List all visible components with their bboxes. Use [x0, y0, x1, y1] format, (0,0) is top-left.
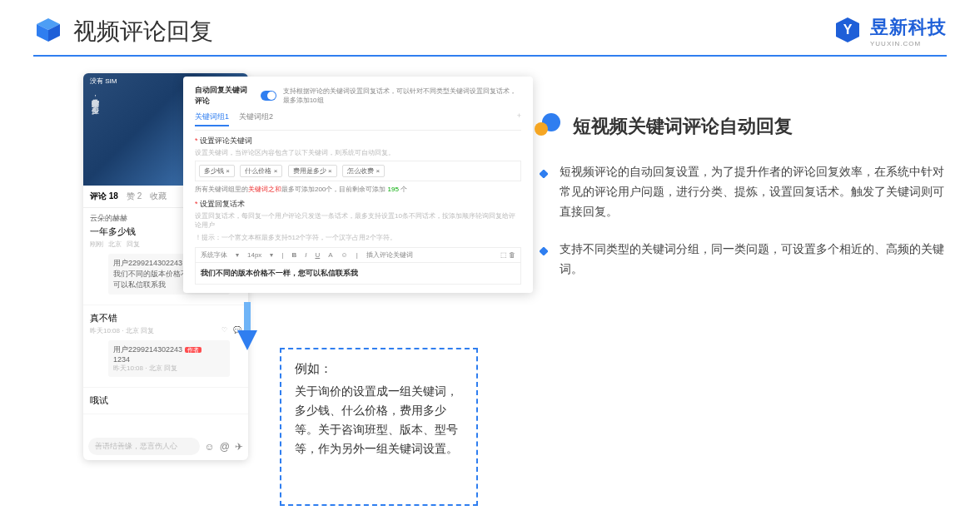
reply-template[interactable]: 我们不同的版本价格不一样，您可以私信联系我	[195, 263, 521, 285]
tab-comments[interactable]: 评论 18	[90, 191, 118, 202]
logo-sub: YUUXIN.COM	[870, 40, 947, 47]
kw-label: 设置评论关键词	[200, 136, 252, 145]
auto-reply-toggle[interactable]	[261, 91, 276, 101]
status-sim: 没有 SIM	[90, 77, 117, 86]
switch-label: 自动回复关键词评论	[195, 85, 254, 106]
svg-rect-5	[244, 302, 251, 332]
at-icon[interactable]: @	[220, 441, 230, 453]
divider	[33, 55, 947, 57]
example-body: 关于询价的设置成一组关键词，多少钱、什么价格，费用多少等。关于咨询班型、版本、型…	[295, 382, 463, 458]
bullet-text: 支持不同类型的关键词分组，同一类问题，可设置多个相近的、高频的关键词。	[560, 240, 949, 280]
svg-rect-10	[540, 247, 548, 255]
keyword-group-tab[interactable]: 关键词组1	[195, 111, 229, 126]
reply-user: 用户2299214302243	[113, 345, 182, 354]
settings-panel: 自动回复关键词评论 支持根据评论的关键词设置回复话术，可以针对不同类型关键词设置…	[183, 77, 533, 293]
comment-text: 真不错	[90, 312, 241, 324]
reply-hint: 设置回复话术，每回复一个用户评论只发送一条话术，最多支持设置10条不同话术，按添…	[195, 211, 521, 230]
chat-bubbles-icon	[533, 112, 563, 141]
add-group-button[interactable]: +	[517, 111, 521, 126]
author-badge: 作者	[185, 347, 201, 353]
emoji-icon[interactable]: ☺	[205, 441, 215, 453]
keyword-tag[interactable]: 费用是多少 ×	[288, 165, 337, 177]
comment-text: 哦试	[90, 394, 241, 407]
page-title: 视频评论回复	[73, 16, 213, 47]
logo-name: 昱新科技	[870, 15, 947, 40]
tab-likes[interactable]: 赞 2	[127, 191, 142, 202]
comment-input[interactable]: 善语结善缘，恶言伤人心	[88, 438, 200, 455]
section-title: 短视频关键词评论自动回复	[573, 114, 793, 139]
tab-fav[interactable]: 收藏	[150, 191, 167, 202]
svg-point-8	[535, 122, 548, 136]
tip: ！提示：一个富文本框最多支持512个字符，一个汉字占用2个字符。	[195, 233, 521, 242]
keyword-tag[interactable]: 多少钱 ×	[199, 165, 235, 177]
reply-user: 用户2299214302243	[113, 259, 182, 267]
switch-desc: 支持根据评论的关键词设置回复话术，可以针对不同类型关键词设置回复话术，最多添加1…	[283, 87, 521, 105]
diamond-bullet-icon	[540, 166, 551, 221]
keyword-group-tab[interactable]: 关键词组2	[239, 111, 273, 126]
bullet-text: 短视频评论的自动回复设置，为了提升作者的评论回复效率，在系统中针对常见的评论用户…	[560, 162, 949, 221]
diamond-bullet-icon	[540, 244, 551, 280]
brand-logo: Y 昱新科技 YUUXIN.COM	[833, 15, 947, 47]
arrow-down-icon	[236, 302, 259, 355]
video-caption: 有多少希望的是你你有希望，但有多少	[90, 93, 101, 101]
kw-hint: 设置关键词，当评论区内容包含了以下关键词，则系统可自动回复。	[195, 148, 521, 157]
svg-text:Y: Y	[843, 22, 853, 37]
cube-icon	[33, 15, 63, 48]
example-title: 例如：	[295, 361, 463, 377]
svg-rect-9	[540, 170, 548, 178]
send-icon[interactable]: ✈	[235, 441, 243, 453]
reply-text: 1234	[113, 355, 225, 364]
svg-marker-6	[237, 330, 257, 350]
keyword-tag[interactable]: 怎么收费 ×	[342, 165, 385, 177]
editor-toolbar[interactable]: 系统字体▾ 14px▾ |BIUA☺| 插入评论关键词 ⬚ 🗑	[195, 247, 521, 263]
example-box: 例如： 关于询价的设置成一组关键词，多少钱、什么价格，费用多少等。关于咨询班型、…	[280, 348, 478, 506]
reply-label: 设置回复话术	[200, 200, 245, 208]
keyword-tag[interactable]: 什么价格 ×	[240, 165, 282, 177]
